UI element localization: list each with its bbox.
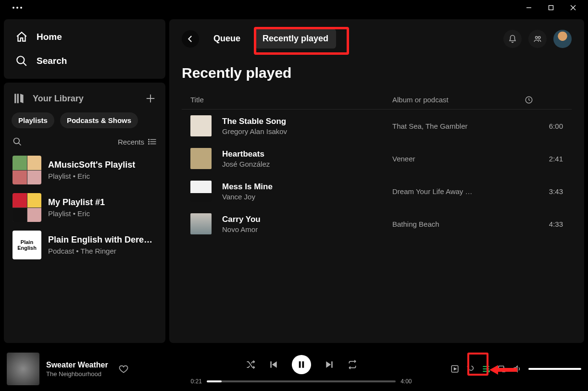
user-avatar[interactable] — [553, 30, 572, 48]
track-artist: Gregory Alan Isakov — [222, 127, 392, 135]
svg-point-10 — [14, 138, 20, 144]
nav-home-label: Home — [37, 32, 62, 42]
clock-icon — [525, 96, 563, 104]
svg-rect-24 — [302, 361, 304, 368]
now-playing-title[interactable]: Sweater Weather — [46, 361, 108, 369]
svg-rect-7 — [17, 94, 19, 103]
track-title: The Stable Song — [222, 117, 392, 126]
now-playing-artist[interactable]: The Neighbourhood — [46, 370, 108, 378]
table-header: Title Album or podcast — [182, 93, 572, 110]
library-art — [13, 156, 41, 184]
add-icon[interactable] — [145, 93, 156, 104]
window-titlebar — [0, 0, 588, 15]
more-menu-icon[interactable] — [4, 7, 22, 9]
nav-panel: Home Search — [4, 19, 165, 79]
svg-rect-23 — [299, 361, 300, 368]
list-view-icon — [148, 137, 157, 146]
bell-icon — [508, 35, 517, 43]
library-search-icon[interactable] — [13, 137, 22, 147]
next-button[interactable] — [325, 360, 334, 369]
track-title: Carry You — [222, 215, 392, 224]
track-art — [190, 213, 212, 234]
chip-podcasts-shows[interactable]: Podcasts & Shows — [60, 112, 138, 128]
column-album: Album or podcast — [392, 96, 525, 104]
track-art — [190, 115, 212, 136]
library-item[interactable]: Plain English Plain English with Derek… … — [10, 226, 160, 264]
library-item-meta: Playlist • Eric — [48, 172, 135, 180]
library-item-meta: Podcast • The Ringer — [48, 247, 157, 255]
track-art — [190, 181, 212, 202]
seek-bar[interactable] — [207, 380, 396, 382]
elapsed-time: 0:21 — [191, 378, 202, 385]
svg-marker-28 — [454, 368, 457, 370]
pause-button[interactable] — [292, 355, 311, 374]
whats-new-button[interactable] — [503, 30, 522, 48]
track-duration: 3:43 — [525, 187, 563, 196]
track-row[interactable]: The Stable Song Gregory Alan Isakov That… — [182, 110, 572, 142]
track-album: That Sea, The Gambler — [392, 122, 525, 130]
tab-queue[interactable]: Queue — [206, 29, 248, 49]
annotation-arrow — [489, 363, 518, 378]
track-row[interactable]: Heartbeats José González Veneer 2:41 — [182, 142, 572, 175]
svg-point-19 — [538, 36, 541, 38]
nav-home[interactable]: Home — [9, 25, 161, 49]
total-time: 4:00 — [400, 378, 412, 385]
library-item-meta: Playlist • Eric — [48, 209, 105, 218]
track-artist: Vance Joy — [222, 193, 392, 201]
library-panel: Your Library Playlists Podcasts & Shows … — [4, 83, 165, 343]
svg-marker-25 — [326, 361, 331, 367]
library-item-name: My Playlist #1 — [48, 197, 105, 208]
track-artist: Novo Amor — [222, 225, 392, 233]
track-album: Veneer — [392, 155, 525, 163]
previous-button[interactable] — [269, 360, 278, 369]
volume-slider[interactable] — [528, 368, 581, 370]
now-playing-art[interactable] — [7, 353, 39, 385]
column-title: Title — [190, 96, 392, 104]
page-title: Recently played — [182, 65, 572, 81]
main-panel: Queue Recently played Recently played Ti… — [169, 19, 584, 343]
library-item-name: AMusicSoft's Playlist — [48, 160, 135, 170]
svg-rect-26 — [331, 361, 333, 367]
close-button[interactable] — [562, 0, 584, 15]
library-item-name: Plain English with Derek… — [48, 235, 157, 245]
library-label: Your Library — [33, 94, 84, 104]
track-album: Dream Your Life Away … — [392, 187, 525, 196]
track-duration: 6:00 — [525, 122, 563, 130]
annotation-highlight-tab — [254, 27, 349, 55]
library-item[interactable]: My Playlist #1 Playlist • Eric — [10, 189, 160, 226]
track-title: Mess Is Mine — [222, 182, 392, 192]
library-toggle[interactable]: Your Library — [13, 92, 84, 105]
track-duration: 2:41 — [525, 155, 563, 163]
minimize-button[interactable] — [518, 0, 540, 15]
friends-icon — [533, 35, 542, 43]
svg-rect-6 — [14, 94, 16, 103]
svg-point-17 — [149, 144, 150, 145]
repeat-button[interactable] — [348, 360, 357, 369]
nav-search[interactable]: Search — [9, 49, 161, 73]
sort-recents[interactable]: Recents — [118, 137, 157, 146]
track-duration: 4:33 — [525, 220, 563, 228]
svg-rect-22 — [270, 361, 272, 367]
like-button[interactable] — [119, 364, 128, 374]
track-row[interactable]: Mess Is Mine Vance Joy Dream Your Life A… — [182, 175, 572, 208]
library-item[interactable]: AMusicSoft's Playlist Playlist • Eric — [10, 151, 160, 189]
back-button[interactable] — [182, 30, 199, 48]
sort-label: Recents — [118, 138, 144, 146]
column-duration — [525, 96, 563, 104]
svg-point-4 — [17, 56, 24, 63]
track-art — [190, 148, 212, 169]
friends-button[interactable] — [528, 30, 547, 48]
library-art: Plain English — [13, 231, 41, 259]
nav-search-label: Search — [37, 56, 67, 66]
track-title: Heartbeats — [222, 149, 392, 159]
svg-marker-21 — [272, 361, 276, 367]
shuffle-button[interactable] — [246, 360, 255, 369]
track-artist: José González — [222, 160, 392, 168]
svg-marker-37 — [489, 365, 498, 375]
maximize-button[interactable] — [540, 0, 562, 15]
now-playing-view-button[interactable] — [450, 365, 459, 373]
track-row[interactable]: Carry You Novo Amor Bathing Beach 4:33 — [182, 208, 572, 240]
chip-playlists[interactable]: Playlists — [12, 112, 54, 128]
svg-rect-1 — [549, 6, 553, 10]
home-icon — [15, 31, 28, 43]
